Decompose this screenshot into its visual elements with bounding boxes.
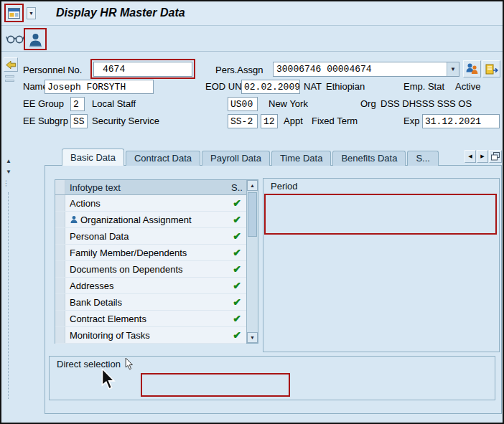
status-check-icon: ✔ <box>233 296 241 308</box>
splitter-scroll-down-icon[interactable]: ▼ <box>6 169 11 175</box>
ee-subgrp-field[interactable]: SS <box>70 114 88 128</box>
table-row[interactable]: Actions ✔ <box>55 195 246 212</box>
tab-strip: Basic Data Contract Data Payroll Data Ti… <box>62 149 440 166</box>
display-glasses-icon[interactable] <box>5 31 25 47</box>
name-field[interactable]: Joseph FORSYTH <box>45 80 154 94</box>
appt-label: Appt <box>284 116 303 126</box>
emp-stat-label: Emp. Stat <box>403 81 444 92</box>
table-row[interactable]: Bank Details ✔ <box>55 294 246 311</box>
tab-benefits-data[interactable]: Benefits Data <box>332 151 406 166</box>
tab-scroll-right-icon[interactable]: ▶ <box>477 150 488 163</box>
tab-scroll-left-icon[interactable]: ◀ <box>465 150 476 163</box>
status-check-icon: ✔ <box>233 247 241 258</box>
row-selector[interactable] <box>55 228 65 244</box>
employee-person-icon[interactable] <box>27 31 44 48</box>
chevron-down-icon[interactable]: ▼ <box>447 62 459 76</box>
pers-assgn-value: 30006746 00004674 <box>274 64 447 75</box>
scroll-up-icon[interactable]: ▲ <box>247 180 258 191</box>
row-selector[interactable] <box>55 261 65 277</box>
tab-overview-icon[interactable] <box>489 150 502 163</box>
infotype-table-header: Infotype text S.. <box>55 180 246 195</box>
table-scrollbar[interactable]: ▲ ▼ <box>246 180 258 343</box>
infotype-label: Addresses <box>65 281 228 291</box>
personnel-file-icon <box>485 62 498 75</box>
infotype-label-text: Organizational Assignment <box>80 215 192 225</box>
infotype-label: Personal Data <box>65 231 228 242</box>
status-check-icon: ✔ <box>233 263 241 275</box>
org-value: DSS DHSSS SSS OS <box>381 98 472 109</box>
status-column-header: S.. <box>228 182 246 193</box>
tab-contract-data[interactable]: Contract Data <box>126 151 200 166</box>
table-row[interactable]: Addresses ✔ <box>55 278 246 294</box>
status-check-icon: ✔ <box>233 313 241 324</box>
pers-assgn-label: Pers.Assgn <box>215 65 263 75</box>
direct-selection-title: Direct selection <box>57 359 121 369</box>
row-selector[interactable] <box>55 195 65 211</box>
infotype-label: Contract Elements <box>65 314 228 324</box>
exp-label: Exp <box>403 116 419 126</box>
personnel-file-button[interactable] <box>482 60 500 77</box>
scroll-down-icon[interactable]: ▼ <box>247 332 258 343</box>
tab-basic-data[interactable]: Basic Data <box>62 149 124 166</box>
sap-window: ▼ Display HR Master Data <box>0 0 504 424</box>
personnel-no-field[interactable]: 4674 <box>93 62 192 77</box>
personnel-no-label: Personnel No. <box>23 65 82 75</box>
back-arrow-button[interactable] <box>4 57 18 72</box>
infotype-label: Family Member/Dependents <box>65 248 228 258</box>
row-selector[interactable] <box>55 311 65 326</box>
table-row[interactable]: Organizational Assignment ✔ <box>55 212 246 228</box>
ee-group-field[interactable]: 2 <box>70 97 85 111</box>
selection-column-header <box>55 180 65 194</box>
personnel-area-text: New York <box>269 98 308 109</box>
status-check-icon: ✔ <box>233 230 241 242</box>
row-selector[interactable] <box>55 245 65 260</box>
level-field[interactable]: 12 <box>261 114 278 128</box>
splitter-grip[interactable]: ··· <box>2 180 10 187</box>
personnel-overview-button[interactable] <box>463 60 481 77</box>
subarea-field[interactable]: SS-2 <box>228 114 258 128</box>
period-group-title: Period <box>271 181 298 192</box>
title-bar: ▼ Display HR Master Data <box>1 1 503 26</box>
row-selector[interactable] <box>55 327 65 343</box>
ee-subgrp-text: Security Service <box>92 116 159 126</box>
tab-payroll-data[interactable]: Payroll Data <box>202 151 270 166</box>
system-window-icon[interactable] <box>7 7 21 19</box>
application-toolbar <box>1 27 503 52</box>
caret-glyph: ▼ <box>29 11 34 16</box>
ee-group-label: EE Group <box>23 98 64 109</box>
tab-more[interactable]: S... <box>407 151 439 166</box>
personnel-area-field[interactable]: US00 <box>228 97 258 111</box>
infotype-table: Infotype text S.. Actions ✔ Organization… <box>55 179 258 344</box>
row-selector[interactable] <box>55 294 65 310</box>
row-selector[interactable] <box>55 278 65 293</box>
table-row[interactable]: Family Member/Dependents ✔ <box>55 245 246 261</box>
status-check-icon: ✔ <box>233 329 241 341</box>
page-title: Display HR Master Data <box>56 6 185 19</box>
table-row[interactable]: Monitoring of Tasks ✔ <box>55 327 246 344</box>
status-check-icon: ✔ <box>233 214 241 225</box>
emp-stat-value: Active <box>455 81 480 92</box>
eod-label: EOD UN <box>205 81 242 92</box>
tab-time-data[interactable]: Time Data <box>271 151 331 166</box>
appt-value: Fixed Term <box>312 116 358 126</box>
ee-subgrp-label: EE Subgrp <box>23 116 68 126</box>
infotype-label: Organizational Assignment <box>65 215 228 225</box>
infotype-label: Bank Details <box>65 297 228 308</box>
scrollbar-thumb[interactable] <box>248 192 257 237</box>
table-row[interactable]: Contract Elements ✔ <box>55 311 246 327</box>
nationality-value: Ethiopian <box>326 81 365 92</box>
window-menu-caret-icon[interactable]: ▼ <box>27 7 36 19</box>
org-label: Org <box>360 98 376 109</box>
pers-assgn-combo[interactable]: 30006746 00004674 ▼ <box>273 62 459 77</box>
table-row[interactable]: Documents on Dependents ✔ <box>55 261 246 278</box>
eod-date-field[interactable]: 02.02.2009 <box>241 80 300 94</box>
nationality-label: NAT <box>304 81 322 92</box>
back-arrow-icon <box>5 60 17 70</box>
row-selector[interactable] <box>55 212 65 227</box>
strip-ridge <box>5 75 14 77</box>
exp-date-field[interactable]: 31.12.2021 <box>422 114 500 128</box>
table-row[interactable]: Personal Data ✔ <box>55 228 246 245</box>
direct-selection-group: Direct selection <box>49 356 495 400</box>
strip-ridge <box>5 80 14 82</box>
splitter-scroll-up-icon[interactable]: ▲ <box>6 158 11 164</box>
